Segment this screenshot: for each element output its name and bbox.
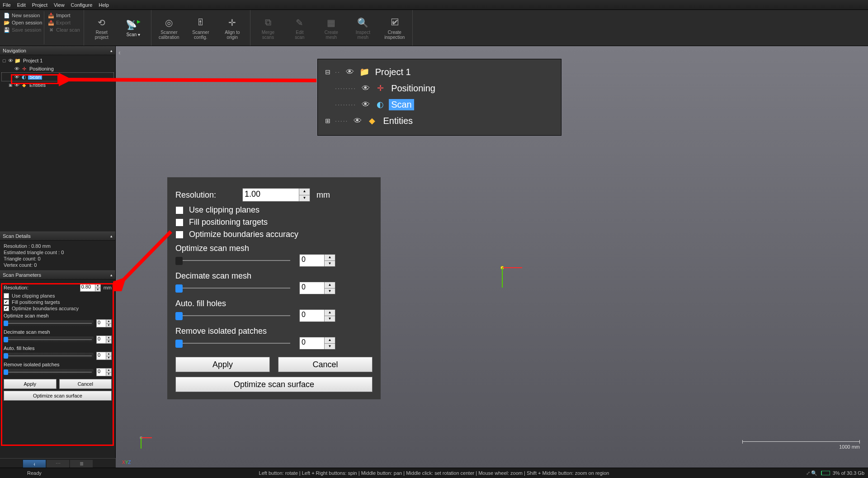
eye-icon[interactable]: 👁 [14, 74, 20, 80]
toolbar-align-to-origin[interactable]: ✛Align toorigin [217, 11, 248, 44]
target-icon: ✛ [375, 83, 385, 93]
label: Resetproject [95, 30, 108, 40]
view-mode-1[interactable]: ⫞ [23, 459, 46, 469]
navigation-header[interactable]: Navigation▴ [0, 46, 115, 55]
scan-icon: ◐ [375, 99, 385, 109]
remove-patches-input[interactable]: 0▲▼ [299, 337, 335, 350]
resolution-input[interactable]: 1.00▲▼ [242, 188, 310, 202]
expand-icon[interactable]: ▣ [8, 83, 13, 87]
zoom-icons[interactable]: ⤢🔍 [806, 470, 818, 476]
menu-project[interactable]: Project [32, 2, 47, 8]
decimate-slider[interactable] [175, 284, 293, 293]
shapes-icon: ◆ [367, 116, 377, 126]
opt-mesh-slider[interactable] [4, 320, 94, 327]
label: Scan Details [3, 233, 31, 239]
spinner-icon[interactable]: ▲▼ [299, 189, 310, 201]
back-icon[interactable]: ‹ [118, 49, 126, 56]
toolbar-inspect-mesh[interactable]: 🔍Inspectmesh [347, 11, 379, 44]
menu-view[interactable]: View [54, 2, 65, 8]
eye-icon[interactable]: 👁 [7, 57, 14, 64]
decimate-label: Decimate scan mesh [4, 329, 112, 335]
opt-mesh-slider[interactable] [175, 256, 293, 265]
label: Project 1 [22, 58, 44, 63]
status-ready: Ready [27, 470, 42, 476]
decimate-slider[interactable] [4, 336, 94, 343]
remove-patches-input[interactable]: 0▲▼ [96, 368, 112, 376]
detail-est-triangle: Estimated triangle count : 0 [4, 250, 112, 255]
toolbar-create-inspection[interactable]: 🗹Createinspection [379, 11, 410, 44]
spinner-icon[interactable]: ▲▼ [106, 336, 111, 343]
optimize-surface-button[interactable]: Optimize scan surface [4, 391, 112, 401]
checkbox-opt-bound[interactable]: Optimize boundaries accuracy [175, 230, 373, 239]
opt-mesh-input[interactable]: 0▲▼ [299, 254, 335, 267]
navigation-tree: ▢ 👁 📁 Project 1 👁 ✛ Positioning 👁 ◐ Scan… [0, 55, 115, 90]
view-mode-2[interactable]: ⋯ [46, 459, 70, 469]
collapse-icon[interactable]: ▢ [2, 58, 6, 63]
toolbar-save-session[interactable]: 💾Save session [4, 27, 42, 33]
toolbar-clear-scan[interactable]: ✖Clear scan [48, 27, 80, 33]
toolbar-reset-project[interactable]: ⟲Resetproject [86, 11, 118, 44]
spinner-icon[interactable]: ▲▼ [324, 337, 335, 349]
tree-row-project[interactable]: ▢ 👁 📁 Project 1 [2, 57, 113, 65]
checkbox-fill-targets[interactable]: Fill positioning targets [175, 218, 373, 227]
spinner-icon[interactable]: ▲▼ [324, 310, 335, 322]
spinner-icon[interactable]: ▲▼ [324, 255, 335, 266]
fill-holes-slider[interactable] [4, 353, 94, 359]
spinner-icon[interactable]: ▲▼ [324, 282, 335, 294]
spinner-icon[interactable]: ▲▼ [106, 352, 111, 360]
fill-holes-input[interactable]: 0▲▼ [96, 352, 112, 360]
opt-mesh-label: Optimize scan mesh [4, 313, 112, 318]
menu-file[interactable]: File [3, 2, 11, 8]
fill-holes-label: Auto. fill holes [175, 299, 373, 308]
toolbar-scanner-config[interactable]: 🎚Scannerconfig. [185, 11, 217, 44]
opt-mesh-input[interactable]: 0▲▼ [96, 319, 112, 327]
decimate-input[interactable]: 0▲▼ [96, 336, 112, 344]
toolbar-scan[interactable]: 📡▶Scan ▾ [118, 11, 149, 44]
spinner-icon[interactable]: ▲▼ [95, 284, 100, 291]
menu-configure[interactable]: Configure [71, 2, 93, 8]
scan-details-header[interactable]: Scan Details▴ [0, 232, 115, 241]
eye-icon[interactable]: 👁 [14, 82, 20, 88]
checkbox-use-clipping[interactable]: Use clipping planes [175, 205, 373, 215]
label: Navigation [3, 48, 26, 53]
resolution-input[interactable]: 0.80▲▼ [80, 284, 101, 292]
remove-patches-slider[interactable] [175, 339, 293, 348]
fill-holes-input[interactable]: 0▲▼ [299, 309, 335, 322]
eye-icon[interactable]: 👁 [14, 66, 20, 72]
toolbar-merge-scans[interactable]: ⧉Mergescans [252, 11, 284, 44]
tree-row-scan[interactable]: 👁 ◐ Scan [2, 73, 113, 81]
toolbar: 📄New session 📂Open session 💾Save session… [0, 10, 868, 46]
fill-holes-slider[interactable] [175, 311, 293, 320]
big-row-positioning: ········ 👁 ✛ Positioning [324, 80, 555, 96]
tree-row-positioning[interactable]: 👁 ✛ Positioning [2, 65, 113, 73]
remove-patches-slider[interactable] [4, 369, 94, 375]
checkbox-use-clipping[interactable]: Use clipping planes [4, 293, 112, 298]
checkbox-opt-bound[interactable]: ✔Optimize boundaries accuracy [4, 306, 112, 311]
spinner-icon[interactable]: ▲▼ [106, 320, 111, 327]
toolbar-open-session[interactable]: 📂Open session [4, 19, 42, 26]
toolbar-edit-scan[interactable]: ✎Editscan [284, 11, 316, 44]
toolbar-new-session[interactable]: 📄New session [4, 12, 42, 19]
xyz-label: XYZ [122, 460, 131, 465]
label: Editscan [295, 30, 304, 40]
apply-button[interactable]: Apply [4, 379, 57, 389]
toolbar-export[interactable]: 📤Export [48, 19, 80, 26]
optimize-surface-button[interactable]: Optimize scan surface [175, 377, 373, 392]
label: Import [56, 13, 70, 18]
menu-edit[interactable]: Edit [17, 2, 26, 8]
menu-help[interactable]: Help [99, 2, 109, 8]
apply-button[interactable]: Apply [175, 357, 270, 372]
checkbox-fill-targets[interactable]: ✔Fill positioning targets [4, 299, 112, 305]
decimate-input[interactable]: 0▲▼ [299, 282, 335, 294]
navigation-panel: ▢ 👁 📁 Project 1 👁 ✛ Positioning 👁 ◐ Scan… [0, 55, 115, 232]
tree-row-entities[interactable]: ▣ 👁 ◆ Entities [2, 81, 113, 89]
scan-parameters-header[interactable]: Scan Parameters▴ [0, 270, 115, 279]
cancel-button[interactable]: Cancel [278, 357, 373, 372]
toolbar-scanner-calibration[interactable]: ◎Scannercalibration [153, 11, 185, 44]
sliders-icon: 🎚 [194, 16, 207, 29]
toolbar-import[interactable]: 📥Import [48, 12, 80, 19]
cancel-button[interactable]: Cancel [59, 379, 112, 389]
toolbar-create-mesh[interactable]: ▦Createmesh [316, 11, 347, 44]
view-mode-3[interactable]: ≣ [70, 459, 93, 469]
spinner-icon[interactable]: ▲▼ [106, 369, 111, 376]
